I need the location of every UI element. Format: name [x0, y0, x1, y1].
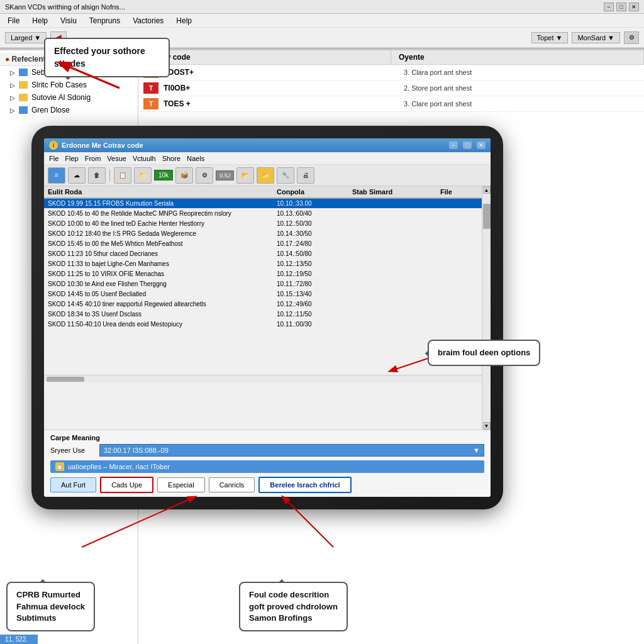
leaf-icon-0: [19, 69, 28, 76]
table-row-5[interactable]: SKOD 11:23 10 5thur claced Decrianes 10.…: [44, 249, 482, 259]
dialog-tb-btn-0[interactable]: ≡: [48, 167, 65, 184]
dialog-title-bar: i Erdonne Me Cotrav code − □ ✕: [44, 138, 491, 152]
table-row-8[interactable]: SKOD 10:30 te Aind exe Flishen Therggng …: [44, 279, 482, 289]
canricls-button[interactable]: Canricls: [209, 477, 255, 492]
table-row-9[interactable]: SKOD 14:45 to 05 Usenf Becliatled 10.15.…: [44, 289, 482, 299]
table-row-2[interactable]: SKOD 10:00 to 40 the lined teD Eachie He…: [44, 219, 482, 229]
row-12-conpola: 10.11.:00/30: [277, 321, 352, 328]
menu-visiu[interactable]: Visiu: [58, 16, 79, 25]
row-0-conpola: 10.10.:33.00: [277, 200, 352, 207]
callout-bottom-right: Foul code descrition goft proved chdrolo…: [239, 582, 348, 631]
table-row-1[interactable]: SKOD 10:45 to 40 the Retilide MaclteC MN…: [44, 209, 482, 219]
menu-help[interactable]: Help: [30, 16, 50, 25]
dialog-tb-btn-3[interactable]: 📋: [114, 167, 131, 184]
toolbar-separator: [109, 169, 110, 182]
os-close-button[interactable]: ✕: [629, 3, 639, 11]
uatio-text: uatioepfies – Miracer, rlact ITober: [68, 463, 170, 470]
callout-left-arrow: [39, 575, 47, 583]
row-2-desc: SKOD 10:00 to 40 the lined teD Eachie He…: [48, 220, 277, 227]
os-minimize-button[interactable]: −: [604, 3, 614, 11]
v-scrollbar[interactable]: ▲ ▼: [482, 186, 491, 430]
dialog-minimize-btn[interactable]: −: [449, 142, 458, 149]
berelee-button[interactable]: Berelee Israch chfricl: [258, 477, 351, 493]
os-maximize-button[interactable]: □: [616, 3, 626, 11]
carpe-label: Carpe Meaning: [50, 434, 484, 441]
dialog-menu-flep[interactable]: Flep: [65, 155, 78, 162]
table-row-12[interactable]: SKOD 11:50-40:10 Urea dends eoid Mestopi…: [44, 319, 482, 330]
row-3-conpola: 10.14.:30/50: [277, 230, 352, 237]
dialog-maximize-btn[interactable]: □: [463, 142, 472, 149]
table-row-6[interactable]: SKOD 11:33 to bajet Lighe-Cen Manhames 1…: [44, 259, 482, 269]
dialog-title-text: Erdonne Me Cotrav code: [62, 142, 444, 149]
h-scrollbar[interactable]: [44, 375, 482, 382]
dialog-menu-vesue[interactable]: Vesue: [107, 155, 126, 162]
dialog-menu-from[interactable]: From: [85, 155, 101, 162]
col-header-oyente: Oyente: [391, 50, 644, 64]
dialog-tb-btn-6[interactable]: ⚙: [196, 167, 213, 184]
dialog-tb-btn-9[interactable]: 🔧: [277, 167, 294, 184]
scroll-down-btn[interactable]: ▼: [483, 422, 491, 430]
sryeer-select[interactable]: 32:00.17 I3S:088.-09 ▼: [99, 444, 484, 457]
toolbar-extra-button[interactable]: ⚙: [624, 31, 639, 44]
menu-tenpruns[interactable]: Tenpruns: [87, 16, 123, 25]
dialog-tb-btn-7[interactable]: 📂: [236, 167, 254, 184]
cads-upe-button[interactable]: Cads Upe: [100, 477, 153, 493]
menu-vactories[interactable]: Vactories: [130, 16, 166, 25]
dialog-menu-shore[interactable]: Shore: [162, 155, 180, 162]
row-2-conpola: 10.12.:50/30: [277, 220, 352, 227]
scrollbar-thumb[interactable]: [483, 204, 491, 229]
table-row-11[interactable]: SKOD 18:34 to 3S Usenf Dsclass 10.12.:11…: [44, 309, 482, 319]
dialog-tb-10k[interactable]: 10k: [154, 170, 173, 180]
dialog-close-btn[interactable]: ✕: [477, 142, 486, 149]
tree-label-1: Slritc Fob Cases: [31, 80, 87, 89]
dialog-tb-btn-2[interactable]: 🗑: [88, 167, 106, 184]
tree-label-3: Gren Dlose: [31, 106, 70, 114]
row-9-desc: SKOD 14:45 to 05 Usenf Becliatled: [48, 291, 277, 297]
leaf-icon-3: [19, 106, 28, 114]
row-5-conpola: 10.14.:50/80: [277, 250, 352, 257]
braim-callout: braim foul deen options: [428, 340, 540, 366]
larged-button[interactable]: Larged ▼: [5, 32, 47, 43]
code-desc-2: 3. Clare port ant shest: [404, 100, 639, 108]
code-icon-2: T: [143, 98, 158, 109]
right-row-1[interactable]: T TI0OB+ 2. Store port ant shest: [138, 80, 644, 96]
row-3-desc: SKOD 10:12 18:40 the I:S PRG Sedada Wegl…: [48, 230, 277, 237]
dialog-window: i Erdonne Me Cotrav code − □ ✕ Fle Flep …: [44, 138, 491, 497]
right-row-0[interactable]: T TOOST+ 3. Clara port ant shest: [138, 65, 644, 80]
dialog-tb-btn-1[interactable]: ☁: [68, 167, 86, 184]
os-window-controls: − □ ✕: [604, 3, 639, 11]
table-rows-container[interactable]: SKOD 19.99 15.15 FROBS Kumution Seriala …: [44, 199, 482, 375]
dialog-tb-btn-5[interactable]: 📦: [175, 167, 193, 184]
table-row-4[interactable]: SKOD 15:45 to 00 the Me5 Whticn MebFeath…: [44, 239, 482, 249]
folder-icon-2: [19, 94, 28, 101]
tree-item-2[interactable]: ▷ Sutovie Al Sdonig: [0, 91, 138, 104]
aut-furt-button[interactable]: Aut Furt: [50, 477, 96, 492]
dialog-tb-btn-4[interactable]: 📁: [134, 167, 152, 184]
menu-file[interactable]: File: [5, 16, 22, 25]
dialog-menu-vctuulh[interactable]: Vctuulh: [133, 155, 156, 162]
dialog-tb-btn-10[interactable]: 🖨: [297, 167, 314, 184]
row-5-desc: SKOD 11:23 10 5thur claced Decrianes: [48, 250, 277, 257]
h-scrollbar-thumb[interactable]: [47, 377, 84, 382]
menu-help2[interactable]: Help: [174, 16, 194, 25]
especial-button[interactable]: Especial: [157, 477, 205, 492]
table-row-0[interactable]: SKOD 19.99 15.15 FROBS Kumution Seriala …: [44, 199, 482, 209]
dialog-tb-btn-8[interactable]: 📂: [257, 167, 274, 184]
table-row-3[interactable]: SKOD 10:12 18:40 the I:S PRG Sedada Wegl…: [44, 229, 482, 239]
dialog-menu-fle[interactable]: Fle: [49, 155, 58, 162]
scroll-up-btn[interactable]: ▲: [483, 186, 491, 194]
row-6-desc: SKOD 11:33 to bajet Lighe-Cen Manhames: [48, 260, 277, 267]
table-row-7[interactable]: SKOD 11:25 to 10 VIRIX OFIE Menachas 10.…: [44, 269, 482, 279]
table-row-10[interactable]: SKOD 14:45 40:10 tiner eapportul Regewie…: [44, 299, 482, 309]
dialog-menu-naels[interactable]: Naels: [187, 155, 204, 162]
right-row-2[interactable]: T TOES + 3. Clare port ant shest: [138, 96, 644, 112]
monscard-button[interactable]: MonSard ▼: [572, 32, 620, 43]
refeclent-title: Refeclent: [12, 55, 46, 64]
row-1-desc: SKOD 10:45 to 40 the Retilide MaclteC MN…: [48, 210, 277, 217]
dialog-tb-05l[interactable]: 0.5J: [216, 170, 234, 180]
refeclent-label: ●: [5, 55, 12, 64]
row-7-desc: SKOD 11:25 to 10 VIRIX OFIE Menachas: [48, 270, 277, 277]
tooltip-balloon: Effected your sothore sttudes: [44, 38, 170, 77]
topet-button[interactable]: Topet ▼: [531, 32, 569, 43]
tree-item-3[interactable]: ▷ Gren Dlose: [0, 104, 138, 116]
